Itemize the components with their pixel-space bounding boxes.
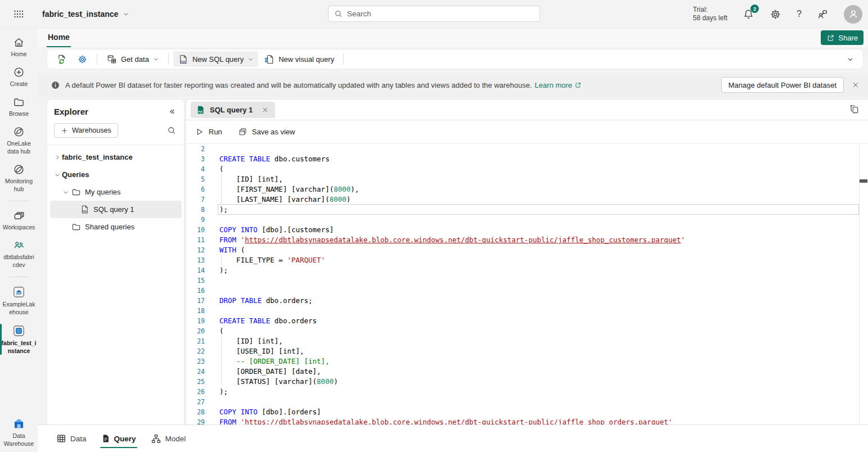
view-tab-model[interactable]: Model: [150, 425, 187, 452]
code-line-6[interactable]: 6 [FIRST_NAME] [varchar](8000),: [186, 184, 868, 195]
app-launcher-button[interactable]: [0, 8, 37, 20]
feedback-button[interactable]: [817, 8, 829, 20]
rail-item-monitoring-hub[interactable]: Monitoringhub: [0, 162, 38, 194]
tree-expand-chevron[interactable]: [61, 189, 70, 196]
external-link-icon: [574, 82, 582, 89]
code-line-27[interactable]: 27: [186, 397, 868, 407]
rail-item-onelake-data-hub[interactable]: OneLakedata hub: [0, 124, 38, 156]
rail-item-workspaces[interactable]: Workspaces: [0, 208, 38, 232]
workspace-switcher[interactable]: fabric_test_instance: [42, 10, 129, 19]
code-line-20[interactable]: 20(: [186, 326, 868, 336]
code-line-12[interactable]: 12WITH (: [186, 245, 868, 255]
line-number: 18: [186, 306, 205, 316]
code-token: https://dbtlabsynapsedatalake.blob.core.…: [245, 236, 681, 244]
chevron-down-icon: [153, 56, 159, 62]
global-search[interactable]: [328, 6, 540, 22]
line-number: 2: [186, 144, 205, 154]
rail-item-fabric-test-instance[interactable]: fabric_test_instance: [0, 323, 38, 356]
tree-item-fabric-test-instance[interactable]: fabric_test_instance: [47, 148, 184, 166]
rail-item-create[interactable]: Create: [0, 65, 38, 89]
code-token: 8000: [334, 185, 350, 193]
code-token: [ID] [int],: [219, 337, 283, 345]
line-number: 27: [186, 397, 205, 407]
rail-divider: [9, 277, 29, 277]
rail-item-label: fabric_test_i: [2, 340, 37, 347]
tree-item-queries[interactable]: Queries: [47, 166, 184, 183]
code-token: INTO: [241, 225, 258, 234]
line-number: 21: [186, 336, 205, 346]
code-line-19[interactable]: 19CREATE TABLE dbo.orders: [186, 316, 868, 326]
code-line-13[interactable]: 13 FILE_TYPE = 'PARQUET': [186, 255, 868, 265]
code-line-28[interactable]: 28COPY INTO [dbo].[orders]: [186, 407, 868, 417]
rail-item-data-warehouse[interactable]: DataWarehouse: [0, 415, 38, 449]
share-button[interactable]: Share: [821, 30, 863, 45]
run-button[interactable]: Run: [195, 127, 222, 137]
double-chevron-left-icon: [168, 107, 176, 116]
code-line-16[interactable]: 16: [186, 286, 868, 296]
code-line-2[interactable]: 2: [186, 144, 868, 154]
toolbar-expand-button[interactable]: [847, 56, 854, 63]
code-line-5[interactable]: 5 [ID] [int],: [186, 174, 868, 184]
collapse-panel-button[interactable]: [168, 107, 176, 116]
tree-expand-chevron[interactable]: [53, 154, 62, 161]
copy-button[interactable]: [849, 104, 860, 115]
sql-file-green-icon: SQL: [196, 105, 205, 115]
manage-default-dataset-button[interactable]: Manage default Power BI dataset: [721, 77, 844, 93]
get-data-button[interactable]: Get data: [102, 51, 164, 67]
rail-item-examplelakehouse[interactable]: ExampleLakehouse: [0, 284, 38, 317]
code-line-22[interactable]: 22 [USER_ID] [int],: [186, 346, 868, 356]
query-settings-button[interactable]: [73, 51, 92, 67]
settings-button[interactable]: [770, 8, 781, 20]
code-line-25[interactable]: 25 [STATUS] [varchar](8000): [186, 377, 868, 387]
code-line-18[interactable]: 18: [186, 306, 868, 316]
help-icon: ?: [797, 9, 802, 19]
refresh-dataset-button[interactable]: [52, 51, 71, 67]
help-button[interactable]: ?: [797, 9, 802, 19]
sql-code-editor[interactable]: 23CREATE TABLE dbo.customers4(5 [ID] [in…: [186, 144, 868, 424]
toolbar: Get data SQL New SQL query New visual qu…: [47, 49, 863, 69]
rail-item-home[interactable]: Home: [0, 35, 38, 59]
tree-item-sql-query-1[interactable]: SQLSQL query 1: [50, 201, 182, 218]
code-line-7[interactable]: 7 [LAST_NAME] [varchar](8000): [186, 195, 868, 205]
rail-item-dbtlabsfabricdev[interactable]: dbtlabsfabricdev: [0, 238, 38, 270]
rail-item-label: Browse: [9, 110, 29, 117]
save-as-view-button[interactable]: Save as view: [238, 127, 295, 137]
monitoring-icon: [13, 164, 25, 175]
editor-scrollbar-thumb[interactable]: [860, 179, 867, 183]
banner-close-button[interactable]: [852, 81, 860, 89]
line-number: 10: [186, 225, 205, 235]
code-line-26[interactable]: 26);: [186, 387, 868, 397]
view-tab-query[interactable]: Query: [100, 425, 137, 452]
tab-sql-query-1[interactable]: SQL SQL query 1: [191, 102, 275, 118]
code-token: CREATE: [219, 155, 245, 163]
bottom-view-switcher: DataQueryModel: [38, 424, 868, 452]
code-line-10[interactable]: 10COPY INTO [dbo].[customers]: [186, 225, 868, 235]
code-line-23[interactable]: 23 -- [ORDER_DATE] [int],: [186, 356, 868, 367]
tree-item-my-queries[interactable]: My queries: [47, 183, 184, 201]
code-line-15[interactable]: 15: [186, 275, 868, 286]
code-line-11[interactable]: 11FROM 'https://dbtlabsynapsedatalake.bl…: [186, 235, 868, 245]
explorer-search-button[interactable]: [167, 126, 176, 135]
code-line-14[interactable]: 14);: [186, 265, 868, 275]
code-line-8[interactable]: 8);: [186, 205, 868, 215]
code-line-17[interactable]: 17DROP TABLE dbo.orders;: [186, 296, 868, 306]
notifications-button[interactable]: 2: [743, 8, 754, 20]
code-line-21[interactable]: 21 [ID] [int],: [186, 336, 868, 346]
code-line-24[interactable]: 24 [ORDER_DATE] [date],: [186, 367, 868, 377]
new-warehouse-button[interactable]: Warehouses: [54, 123, 118, 138]
learn-more-link[interactable]: Learn more: [535, 81, 582, 89]
search-input[interactable]: [347, 10, 534, 18]
code-line-3[interactable]: 3CREATE TABLE dbo.customers: [186, 154, 868, 164]
tree-expand-chevron[interactable]: [53, 171, 62, 178]
account-avatar[interactable]: [844, 5, 862, 24]
new-sql-query-button[interactable]: SQL New SQL query: [173, 51, 258, 67]
rail-item-browse[interactable]: Browse: [0, 94, 38, 119]
tab-close-button[interactable]: [260, 105, 270, 115]
code-line-9[interactable]: 9: [186, 215, 868, 225]
tree-item-shared-queries[interactable]: Shared queries: [47, 218, 184, 236]
new-visual-query-button[interactable]: New visual query: [259, 51, 339, 67]
code-line-29[interactable]: 29FROM 'https://dbtlabsynapsedatalake.bl…: [186, 417, 868, 424]
tab-home[interactable]: Home: [47, 28, 71, 47]
view-tab-data[interactable]: Data: [55, 425, 88, 452]
code-line-4[interactable]: 4(: [186, 164, 868, 174]
